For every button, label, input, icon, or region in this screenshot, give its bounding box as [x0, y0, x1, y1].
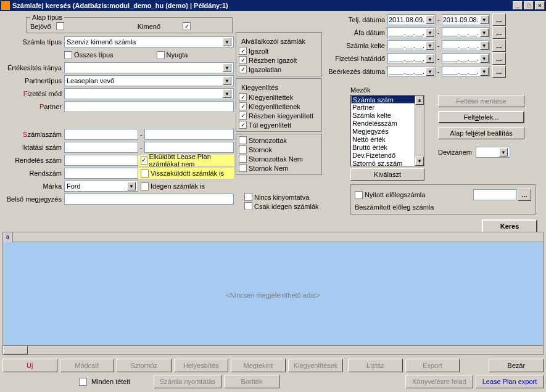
feltetel-mentese-button[interactable]: Feltétel mentése	[438, 95, 524, 107]
modosit-button[interactable]: Módosít	[60, 359, 115, 372]
szamlatipus-select[interactable]: Szerviz kimenő számla▼	[64, 36, 234, 47]
export-button[interactable]: Export	[405, 359, 460, 372]
listbox-scrollbar[interactable]: ▲ ▼	[415, 96, 424, 166]
belso-label: Belső megjegyzés	[2, 195, 64, 203]
szamlaszam-input1[interactable]	[64, 129, 138, 140]
alvall-group: Alvállalkozói számlák Igazolt Részben ig…	[236, 32, 322, 76]
list-item[interactable]: Sztornó sz.szám	[351, 160, 424, 166]
fiz-from[interactable]: ____.__.__.▼	[387, 53, 436, 64]
feltetelek-button[interactable]: Feltételek...	[438, 111, 524, 123]
uj-button[interactable]: Uj	[2, 359, 57, 372]
list-item[interactable]: Megjegyzés	[351, 128, 424, 136]
csak-checkbox[interactable]	[244, 202, 252, 210]
nincs-checkbox[interactable]	[244, 193, 252, 201]
rendszam-input[interactable]	[64, 168, 138, 179]
s4-checkbox[interactable]	[239, 164, 247, 172]
telj-to[interactable]: 2011.09.08.▼	[442, 14, 490, 25]
dropdown-arrow-icon: ▼	[223, 63, 231, 72]
afa-to[interactable]: ____.__.__.▼	[442, 27, 490, 38]
s1-checkbox[interactable]	[239, 136, 247, 144]
fiz-reset-button[interactable]: ...	[492, 52, 506, 65]
list-item[interactable]: Dev.Fizetendő	[351, 152, 424, 160]
nyitott-lookup-button[interactable]: ...	[518, 189, 531, 201]
fizmod-select[interactable]: ▼	[64, 88, 234, 99]
scroll-up-icon[interactable]: ▲	[415, 96, 424, 105]
fiz-label: Fizetési határidő	[328, 55, 387, 62]
nyitott-checkbox[interactable]	[355, 191, 363, 199]
rendeles-label: Rendelés szám	[2, 157, 64, 164]
marka-select[interactable]: Ford▼	[64, 181, 138, 192]
idegen-checkbox[interactable]	[141, 182, 149, 190]
close-button[interactable]: ×	[535, 1, 545, 10]
minden-checkbox[interactable]	[79, 378, 87, 386]
konyv-button[interactable]: Könyvelésre felad	[405, 375, 473, 388]
listaz-button[interactable]: Listáz	[348, 359, 403, 372]
beerk-to[interactable]: ____.__.__.▼	[442, 66, 490, 77]
list-item[interactable]: Számla szám	[351, 96, 424, 104]
beerk-from[interactable]: ____.__.__.▼	[387, 66, 436, 77]
nyugta-checkbox[interactable]	[157, 51, 165, 59]
fiz-to[interactable]: ____.__.__.▼	[442, 53, 490, 64]
list-item[interactable]: Számla kelte	[351, 112, 424, 120]
igazolt-checkbox[interactable]	[239, 47, 247, 55]
sztornoz-button[interactable]: Sztornóz	[117, 359, 172, 372]
results-hscroll[interactable]	[3, 345, 543, 354]
list-item[interactable]: Rendelésszám	[351, 120, 424, 128]
afa-from[interactable]: ____.__.__.▼	[387, 27, 436, 38]
boritek-button[interactable]: Boríték	[224, 375, 279, 388]
ertekesites-select[interactable]: ▼	[64, 62, 234, 73]
scroll-down-icon[interactable]: ▼	[415, 157, 424, 166]
k4-checkbox[interactable]	[239, 121, 247, 129]
list-item[interactable]: Bruttó érték	[351, 144, 424, 152]
partnertipus-select[interactable]: Leaseplan vevő▼	[64, 75, 234, 86]
list-item[interactable]: Nettó érték	[351, 136, 424, 144]
elk-checkbox[interactable]	[141, 157, 147, 165]
k2-checkbox[interactable]	[239, 102, 247, 110]
vissza-checkbox[interactable]	[141, 169, 149, 178]
list-item[interactable]: Partner	[351, 104, 424, 112]
results-count: 0	[3, 232, 13, 242]
telj-from[interactable]: 2011.08.09.▼	[387, 14, 436, 25]
nyomtat-button[interactable]: Számla nyomtatás	[154, 375, 221, 388]
bejovo-label: Bejövő	[30, 23, 51, 30]
kivalaszt-button[interactable]: Kiválaszt	[350, 168, 424, 181]
belso-input[interactable]	[64, 194, 234, 205]
rendeles-input[interactable]	[64, 155, 138, 166]
iktatasi-input1[interactable]	[64, 142, 138, 153]
afa-reset-button[interactable]: ...	[492, 27, 506, 39]
reszben-igazolt-checkbox[interactable]	[239, 56, 247, 64]
bejovo-checkbox[interactable]	[56, 22, 64, 30]
devizanem-select[interactable]: ▼	[476, 147, 510, 158]
kelte-from[interactable]: ____.__.__.▼	[387, 40, 436, 51]
bezar-button[interactable]: Bezár	[489, 359, 544, 372]
lease-button[interactable]: Lease Plan export	[476, 375, 544, 388]
osszes-checkbox[interactable]	[64, 51, 72, 59]
partner-input[interactable]	[64, 101, 234, 112]
iktatasi-input2[interactable]	[144, 142, 234, 153]
kelte-reset-button[interactable]: ...	[492, 39, 506, 52]
storno-group: Stornozottak Stornok Stornozottak Nem St…	[236, 134, 322, 175]
alap-feltetel-button[interactable]: Alap feltétel beállítás	[438, 127, 524, 139]
s3-checkbox[interactable]	[239, 155, 247, 163]
kiegy-button[interactable]: Kiegyenlítések	[288, 359, 344, 372]
igazolatlan-checkbox[interactable]	[239, 65, 247, 73]
results-grid[interactable]: 0 <Nincsen megjeleníthető adat>	[2, 232, 544, 355]
s2-checkbox[interactable]	[239, 145, 247, 153]
k3-checkbox[interactable]	[239, 112, 247, 120]
dropdown-arrow-icon: ▼	[480, 28, 489, 37]
helyesbites-button[interactable]: Helyesbítés	[174, 359, 229, 372]
k1-checkbox[interactable]	[239, 93, 247, 101]
keres-button[interactable]: Keres	[482, 219, 537, 233]
kimeno-checkbox[interactable]	[183, 22, 191, 30]
maximize-button[interactable]: □	[524, 1, 534, 10]
beerk-reset-button[interactable]: ...	[492, 65, 506, 78]
dropdown-arrow-icon: ▼	[223, 89, 231, 98]
minimize-button[interactable]: _	[513, 1, 523, 10]
szamlaszam-input2[interactable]	[144, 129, 234, 140]
mezok-listbox[interactable]: Számla szám Partner Számla kelte Rendelé…	[350, 95, 424, 166]
telj-reset-button[interactable]: ...	[492, 14, 506, 26]
nyitott-input[interactable]	[473, 189, 516, 200]
app-icon	[1, 1, 10, 10]
megtekint-button[interactable]: Megtekint	[231, 359, 286, 372]
kelte-to[interactable]: ____.__.__.▼	[442, 40, 490, 51]
